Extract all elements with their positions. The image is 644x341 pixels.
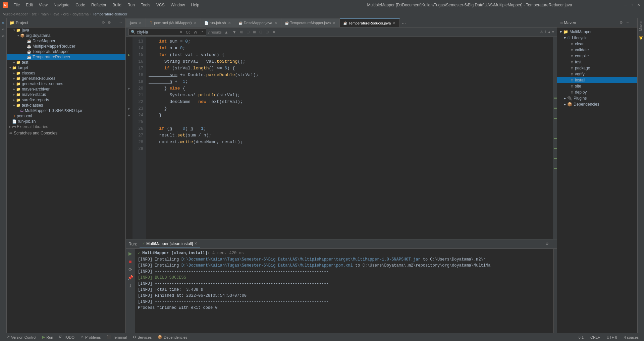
search-pin-btn[interactable]: ⊞ [252, 30, 257, 35]
tab-run-job[interactable]: 📄 run-job.sh ✕ [201, 18, 235, 27]
status-position[interactable]: 6:1 [576, 335, 586, 340]
status-encoding[interactable]: UTF-8 [604, 335, 620, 340]
run-output[interactable]: ✓ MultiMapper [clean,install]: 4 sec. 42… [135, 249, 553, 333]
tree-generated-test-sources[interactable]: ▸ 📁 generated-test-sources [7, 81, 125, 87]
status-problems[interactable]: ⚠ Problems [78, 334, 103, 340]
search-case-btn[interactable]: Cc [185, 30, 191, 35]
tree-jar[interactable]: ▸ 🗂 MultiMapper-1.0-SNAPSHOT.jar [7, 108, 125, 113]
breadcrumb-part[interactable]: main [41, 12, 49, 16]
tab-descmapper-close[interactable]: ✕ [274, 21, 278, 25]
tab-temperaturereducer-close[interactable]: ✕ [392, 21, 396, 25]
project-icon[interactable]: P [1, 20, 6, 25]
run-scrollbar[interactable] [553, 249, 557, 333]
tree-classes[interactable]: ▸ 📁 classes [7, 70, 125, 76]
maven-dependencies-section[interactable]: ▸ 📦 Dependencies [557, 101, 637, 107]
maven-project-root[interactable]: ▾ 📁 MultiMapper [557, 29, 637, 35]
tab-more-button[interactable]: ⋯ [400, 20, 408, 27]
tree-test-classes[interactable]: ▸ 📁 test-classes [7, 103, 125, 108]
run-stop-btn[interactable]: ■ [127, 258, 133, 265]
maven-strip-label[interactable]: Maven [638, 18, 643, 34]
breadcrumb-part[interactable]: doyatama [72, 12, 89, 16]
status-todo[interactable]: ☑ TODO [56, 334, 77, 340]
run-minimize-icon[interactable]: − [551, 241, 554, 247]
run-scroll-end-btn[interactable]: ⤓ [127, 282, 134, 289]
search-input[interactable] [137, 30, 177, 35]
breadcrumb-part[interactable]: src [32, 12, 37, 16]
status-dependencies[interactable]: 📦 Dependencies [155, 334, 190, 340]
more-icon[interactable]: ⋯ [118, 20, 123, 25]
menu-run[interactable]: Run [125, 2, 138, 8]
structure-icon[interactable]: S [1, 27, 6, 32]
search-filter-btn[interactable]: ⊞ [265, 30, 270, 35]
maven-minimize-icon[interactable]: − [631, 20, 635, 25]
run-link-jar[interactable]: D:\Document\Kuliah\Tugas\Semester-6\Big … [181, 257, 421, 262]
search-match-btn[interactable]: ⊟ [246, 30, 251, 35]
run-tab-multimapper[interactable]: ✓ MultiMapper [clean,install] ✕ [140, 241, 200, 247]
tree-java-folder[interactable]: ▾ 📁 java [7, 27, 125, 33]
tab-temperaturemapper-close[interactable]: ✕ [332, 21, 336, 25]
tree-maven-archiver[interactable]: ▸ 📁 maven-archiver [7, 87, 125, 92]
run-rerun-btn[interactable]: ⟳ [127, 266, 134, 273]
tab-java-close[interactable]: ✕ [138, 21, 142, 25]
menu-refactor[interactable]: Refactor [89, 2, 109, 8]
sync-icon[interactable]: ⟳ [101, 20, 106, 25]
search-prev-btn[interactable]: ▲ [223, 30, 230, 35]
menu-vcs[interactable]: VCS [154, 2, 167, 8]
close-button[interactable]: ✕ [636, 2, 641, 8]
tab-java[interactable]: .java ✕ [126, 18, 146, 27]
search-panel-close-btn[interactable]: ✕ [271, 30, 277, 35]
menu-edit[interactable]: Edit [23, 2, 36, 8]
search-context-btn[interactable]: ⊞ [239, 30, 244, 35]
status-terminal[interactable]: ⬛ Terminal [104, 334, 129, 340]
tree-MultipleMapperReducer[interactable]: ▸ ☕ MultipleMapperReducer [7, 44, 125, 49]
tree-test[interactable]: ▸ 📁 test [7, 60, 125, 65]
maven-lifecycle-install[interactable]: ⚙ install [557, 77, 637, 83]
maximize-button[interactable]: □ [629, 2, 635, 8]
tree-generated-sources[interactable]: ▸ 📁 generated-sources [7, 76, 125, 81]
tree-maven-status[interactable]: ▸ 📁 maven-status [7, 92, 125, 97]
menu-tools[interactable]: Tools [138, 2, 153, 8]
menu-code[interactable]: Code [73, 2, 88, 8]
status-services[interactable]: ⚙ Services [130, 334, 154, 340]
maven-lifecycle-site[interactable]: ⚙ site [557, 83, 637, 89]
collapse-icon[interactable]: − [113, 20, 116, 25]
notifications-strip-label[interactable]: 🔔 [638, 34, 643, 43]
maven-lifecycle-compile[interactable]: ⚙ compile [557, 53, 637, 59]
breadcrumb-part[interactable]: org [63, 12, 69, 16]
tree-external-libraries[interactable]: ▸ 🗃 External Libraries [7, 124, 125, 129]
maven-lifecycle-section[interactable]: ▾ ⊙ Lifecycle [557, 35, 637, 41]
tree-TemperatureReducer[interactable]: ▸ ☕ TemperatureReducer [7, 54, 125, 60]
tab-temperaturemapper[interactable]: ☕ TemperatureMapper.java ✕ [281, 18, 340, 27]
maven-lifecycle-deploy[interactable]: ⚙ deploy [557, 89, 637, 95]
menu-file[interactable]: File [11, 2, 22, 8]
tab-pom-close[interactable]: ✕ [193, 21, 197, 25]
run-pin-btn[interactable]: 📌 [126, 274, 135, 281]
search-settings-btn[interactable]: ⊟ [258, 30, 263, 35]
search-word-btn[interactable]: W [193, 30, 198, 35]
scratches-and-consoles[interactable]: ✏ Scratches and Consoles [7, 129, 125, 137]
run-tab-close[interactable]: ✕ [194, 241, 197, 246]
status-version-control[interactable]: ⎇ Version Control [3, 334, 39, 340]
breadcrumb-part[interactable]: MultipleMapper [3, 12, 28, 16]
menu-navigate[interactable]: Navigate [51, 2, 72, 8]
maven-more-icon[interactable]: ⋯ [625, 20, 630, 25]
run-play-btn[interactable]: ▶ [127, 250, 133, 257]
bookmarks-icon[interactable]: B [1, 34, 6, 39]
status-indent[interactable]: 4 spaces [621, 335, 641, 340]
tree-org-doyatama[interactable]: ▾ 📦 org.doyatama [7, 33, 125, 38]
menu-build[interactable]: Build [110, 2, 124, 8]
search-regex-btn[interactable]: .* [200, 30, 204, 35]
run-link-pom[interactable]: D:\Document\Kuliah\Tugas\Semester-6\Big … [181, 263, 353, 268]
tab-descmapper[interactable]: ☕ DescMapper.java ✕ [235, 18, 281, 27]
maven-lifecycle-validate[interactable]: ⚙ validate [557, 47, 637, 53]
status-run[interactable]: ▶ Run [40, 334, 56, 340]
minimize-button[interactable]: ─ [623, 2, 628, 8]
code-content[interactable]: int sum = 0; int n = 0; for (Text val : … [146, 37, 553, 239]
status-line-ending[interactable]: CRLF [588, 335, 603, 340]
tree-TemperatureMapper[interactable]: ▸ ☕ TemperatureMapper [7, 49, 125, 54]
maven-lifecycle-package[interactable]: ⚙ package [557, 65, 637, 71]
menu-window[interactable]: Window [168, 2, 188, 8]
search-next-btn[interactable]: ▼ [231, 30, 238, 35]
menu-view[interactable]: View [36, 2, 50, 8]
menu-help[interactable]: Help [188, 2, 202, 8]
